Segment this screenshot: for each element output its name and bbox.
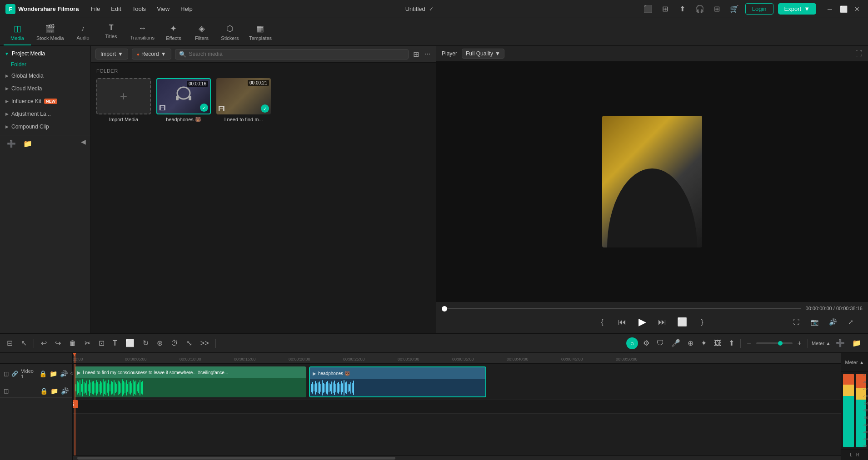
tab-stickers[interactable]: ⬡ Stickers [216,21,244,45]
tab-transitions[interactable]: ↔ Transitions [126,21,159,45]
sidebar-item-influence-kit[interactable]: ▶ Influence Kit NEW [0,95,90,108]
crop-button[interactable]: ⊡ [96,337,107,349]
menu-tools[interactable]: Tools [128,4,150,14]
multi-track-icon[interactable]: ⊟ [5,337,15,349]
cursor-tool[interactable]: ↖ [19,337,29,349]
fullscreen-icon[interactable]: ⛶ [789,315,803,329]
zoom-minus[interactable]: − [744,338,753,349]
rewind-button[interactable]: ⏮ [615,315,629,329]
export-tool[interactable]: ⬆ [726,337,737,349]
picture-tool[interactable]: 🖼 [712,338,723,349]
sidebar-item-adjustment[interactable]: ▶ Adjustment La... [0,108,90,120]
timeline-ruler[interactable]: 00:00 00:00:05:00 00:00:10:00 00:00:15:0… [73,353,841,364]
upload-icon[interactable]: ⬆ [676,3,689,15]
sidebar-item-cloud-media[interactable]: ▶ Cloud Media [0,82,90,95]
import-thumb: + [96,78,151,114]
more-tools[interactable]: >> [198,338,211,349]
export-button[interactable]: Export ▼ [778,3,816,15]
snapshot-icon[interactable]: 📷 [807,315,822,329]
sidebar-folder-label[interactable]: Folder [0,59,90,69]
record-button[interactable]: ● Record ▼ [132,49,171,59]
tab-media[interactable]: ◫ Media [4,21,31,45]
minimize-button[interactable]: ─ [824,4,835,15]
search-input[interactable] [189,51,404,57]
ripple-tool[interactable]: ⊛ [155,337,165,349]
layout-icon[interactable]: ⊞ [659,3,672,15]
audio-folder-icon[interactable]: 📁 [50,387,58,395]
stop-button[interactable]: ⬜ [675,315,689,329]
tab-effects[interactable]: ✦ Effects [160,21,187,45]
wbar [116,384,117,392]
tab-audio[interactable]: ♪ Audio [70,21,97,45]
play-button[interactable]: ▶ [635,315,649,329]
preview-expand-icon[interactable]: ⛶ [855,49,863,58]
add-track-button[interactable]: ➕ [833,337,847,349]
progress-bar[interactable] [442,308,801,309]
sidebar-item-compound-clip[interactable]: ▶ Compound Clip [0,120,90,133]
import-media-item[interactable]: + Import Media [96,78,151,123]
track-lock-icon[interactable]: 🔒 [39,370,47,377]
quality-select[interactable]: Full Quality ▼ [462,49,504,59]
audio-lock-icon[interactable]: 🔒 [40,387,48,395]
folder-button[interactable]: 📁 [21,138,35,149]
video-clip-2[interactable]: ▶ headphones 🐻 [309,366,486,397]
layers-tool[interactable]: ⊕ [685,337,696,349]
headset-icon[interactable]: 🎧 [693,3,706,15]
media-item-headphones[interactable]: 00:00:16 🎞 ✓ headphones 🐻 [156,78,211,123]
track-volume-icon[interactable]: 🔊 [60,370,68,377]
zoom-slider[interactable] [756,342,793,344]
zoom-plus[interactable]: + [795,338,804,349]
rotate-tool[interactable]: ↻ [140,337,151,349]
shield-tool[interactable]: 🛡 [654,338,666,349]
text-tool[interactable]: T [110,338,120,349]
cart-icon[interactable]: 🛒 [728,3,741,15]
tab-titles[interactable]: T Titles [98,21,125,45]
sidebar-item-project-media[interactable]: ▼ Project Media [0,48,90,59]
mic-tool[interactable]: 🎤 [669,337,683,349]
tab-stock-media[interactable]: 🎬 Stock Media [32,21,69,45]
adjustment-label: Adjustment La... [11,111,51,117]
progress-handle[interactable] [442,306,447,312]
cut-button[interactable]: ✂ [82,337,93,349]
undo-button[interactable]: ↩ [39,337,49,349]
sparkle-tool[interactable]: ✦ [698,337,709,349]
menu-help[interactable]: Help [176,4,197,14]
sidebar-item-global-media[interactable]: ▶ Global Media [0,69,90,82]
scrollbar-thumb[interactable] [77,457,395,460]
sidebar-collapse-button[interactable]: ◀ [81,138,86,149]
timeline-scrollbar[interactable] [73,455,841,460]
menu-edit[interactable]: Edit [106,4,125,14]
redo-button[interactable]: ↪ [53,337,63,349]
menu-view[interactable]: View [152,4,174,14]
audio-volume-icon[interactable]: 🔊 [61,387,69,395]
filter-icon[interactable]: ⊞ [412,49,420,59]
maximize-button[interactable]: ⬜ [838,4,849,15]
track-folder-icon[interactable]: 📁 [50,370,57,377]
import-button[interactable]: Import ▼ [95,49,128,59]
more-icon[interactable]: ··· [424,49,431,59]
media-item-second[interactable]: 00:00:21 🎞 ✓ I need to find m... [216,78,271,123]
tab-templates[interactable]: ▦ Templates [244,21,276,45]
speed-tool[interactable]: ⏱ [169,338,180,349]
green-tool-button[interactable]: ○ [626,337,638,349]
bracket-right-icon[interactable]: } [695,315,709,329]
rect-tool[interactable]: ⬜ [123,337,137,349]
meter-body: 0 -6 -12 -18 -24 -30 -36 -42 -48 -54 dB [841,372,868,449]
grid-icon[interactable]: ⊞ [711,3,723,15]
bracket-left-icon[interactable]: { [595,315,609,329]
menu-file[interactable]: File [86,4,105,14]
remove-track-button[interactable]: 📁 [850,337,863,349]
close-button[interactable]: ✕ [852,4,863,15]
menu-bar: File Edit Tools View Help [86,4,197,14]
monitor-icon[interactable]: ⬛ [642,3,654,15]
video-clip-1[interactable]: ▶ I need to find my consciousness to lea… [75,366,306,397]
expand-tool[interactable]: ⤡ [184,337,195,349]
tab-filters[interactable]: ◈ Filters [188,21,215,45]
step-forward-button[interactable]: ⏭ [655,315,669,329]
add-folder-button[interactable]: ➕ [5,138,18,149]
settings-tool[interactable]: ⚙ [641,337,652,349]
login-button[interactable]: Login [745,3,773,15]
volume-icon[interactable]: 🔊 [825,315,840,329]
delete-button[interactable]: 🗑 [67,338,79,349]
expand-icon[interactable]: ⤢ [843,315,858,329]
